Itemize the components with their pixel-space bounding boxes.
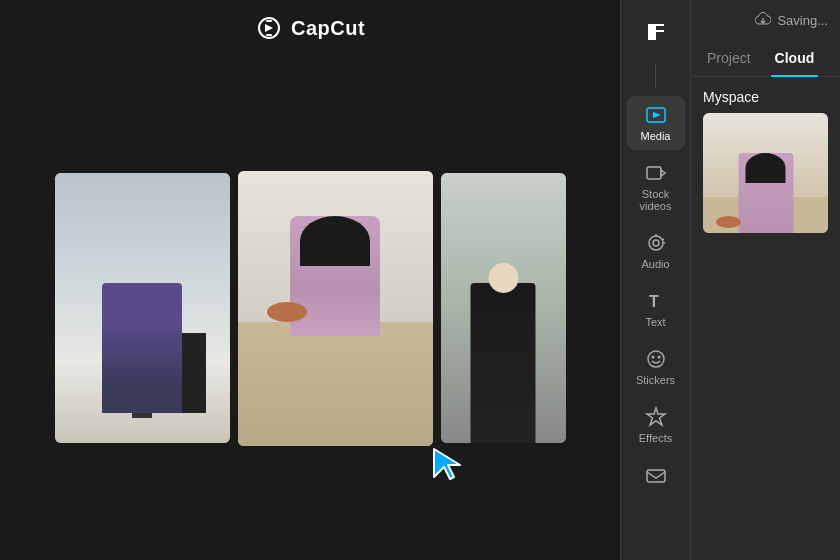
- sidebar: Media Stock videos: [620, 0, 840, 560]
- stickers-icon: [645, 348, 667, 370]
- photo3-head: [488, 263, 518, 293]
- svg-marker-0: [434, 449, 460, 479]
- photo1-skateboard: [132, 413, 152, 418]
- nav-icons-column: Media Stock videos: [621, 0, 691, 560]
- photo2-clay-bowl: [267, 302, 307, 322]
- main-content-area: [0, 56, 620, 560]
- sidebar-item-audio[interactable]: Audio: [627, 224, 685, 278]
- sidebar-item-more[interactable]: [627, 456, 685, 494]
- saving-text: Saving...: [777, 13, 828, 28]
- photo2-table: [238, 322, 433, 446]
- thumbnail-image: [703, 113, 828, 233]
- photo1-background: [55, 173, 230, 443]
- sidebar-item-stickers[interactable]: Stickers: [627, 340, 685, 394]
- stickers-label: Stickers: [636, 374, 675, 386]
- nav-capcut-logo: [640, 16, 672, 48]
- text-icon: T: [645, 290, 667, 312]
- text-label: Text: [645, 316, 665, 328]
- saving-indicator: Saving...: [755, 12, 828, 28]
- more-icon: [645, 464, 667, 486]
- svg-marker-14: [647, 408, 665, 425]
- svg-point-11: [648, 351, 664, 367]
- sidebar-item-media[interactable]: Media: [627, 96, 685, 150]
- header: CapCut: [0, 0, 620, 56]
- photo1-people: [102, 283, 182, 413]
- photo-card-3: [441, 173, 566, 443]
- stock-videos-icon: [645, 162, 667, 184]
- app-title: CapCut: [291, 17, 365, 40]
- photo-card-2[interactable]: [238, 171, 433, 446]
- myspace-section-title: Myspace: [691, 77, 840, 113]
- svg-rect-3: [647, 167, 661, 179]
- panel-content: Saving... Project Cloud Myspace: [691, 0, 840, 560]
- saving-cloud-icon: [755, 12, 771, 28]
- thumbnail-grid: [691, 113, 840, 233]
- audio-icon: [645, 232, 667, 254]
- cursor-arrow-icon: [430, 445, 468, 483]
- effects-label: Effects: [639, 432, 672, 444]
- sidebar-item-stock-videos[interactable]: Stock videos: [627, 154, 685, 220]
- tab-project[interactable]: Project: [703, 40, 755, 76]
- svg-point-13: [657, 356, 660, 359]
- thumb-clay: [716, 216, 741, 228]
- nav-divider: [655, 64, 656, 88]
- photo-card-1: [55, 173, 230, 443]
- svg-point-5: [649, 236, 663, 250]
- svg-line-8: [662, 239, 664, 240]
- tab-cloud[interactable]: Cloud: [771, 40, 819, 76]
- photo2-background: [238, 171, 433, 446]
- photo2-hair: [300, 216, 370, 266]
- sidebar-item-text[interactable]: T Text: [627, 282, 685, 336]
- photo3-background: [441, 173, 566, 443]
- panel-tabs: Project Cloud: [691, 40, 840, 77]
- svg-point-6: [653, 240, 659, 246]
- photo3-person: [471, 283, 536, 443]
- media-label: Media: [641, 130, 671, 142]
- saving-bar: Saving...: [691, 0, 840, 40]
- stock-videos-label: Stock videos: [633, 188, 679, 212]
- svg-marker-2: [653, 112, 661, 118]
- logo-area: CapCut: [255, 14, 365, 42]
- svg-point-12: [651, 356, 654, 359]
- audio-label: Audio: [641, 258, 669, 270]
- svg-text:T: T: [649, 293, 659, 310]
- sidebar-item-effects[interactable]: Effects: [627, 398, 685, 452]
- effects-icon: [645, 406, 667, 428]
- svg-rect-15: [647, 470, 665, 482]
- svg-marker-4: [661, 170, 665, 176]
- thumb-person: [738, 153, 793, 233]
- capcut-logo-icon: [255, 14, 283, 42]
- thumbnail-item[interactable]: [703, 113, 828, 233]
- media-icon: [645, 104, 667, 126]
- thumb-hair: [746, 153, 786, 183]
